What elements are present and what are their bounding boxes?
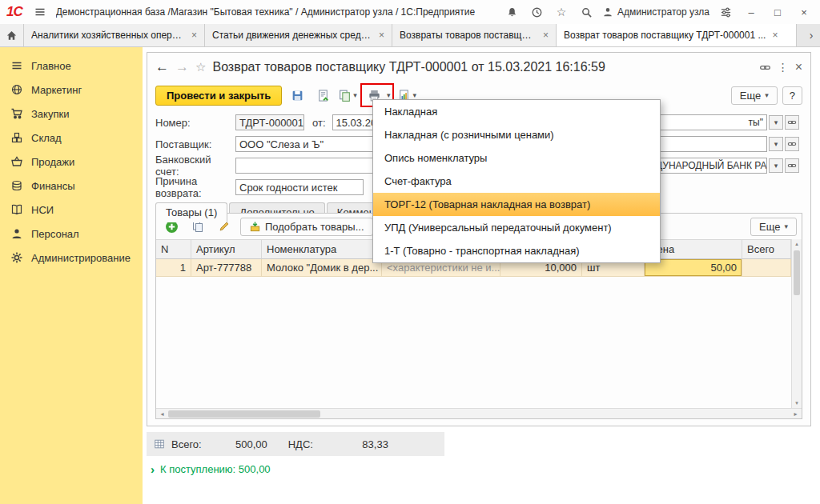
- forward-button[interactable]: →: [175, 59, 189, 75]
- menu-item-opis[interactable]: Опись номенклатуры: [373, 146, 660, 170]
- save-button[interactable]: [287, 86, 308, 105]
- tab-close-icon[interactable]: ×: [191, 30, 197, 41]
- sidebar-item-warehouse[interactable]: Склад: [0, 126, 143, 150]
- return-reason-field[interactable]: Срок годности истек: [235, 179, 364, 195]
- vertical-scroll-thumb[interactable]: [794, 250, 800, 295]
- store-open-button[interactable]: [785, 137, 799, 151]
- link-icon: [787, 139, 797, 149]
- col-header-n[interactable]: N: [156, 239, 191, 259]
- chevron-down-icon: ▾: [765, 91, 769, 99]
- cell-total[interactable]: [742, 259, 791, 277]
- notifications-button[interactable]: [503, 3, 521, 21]
- sidebar-item-label: Продажи: [31, 156, 74, 168]
- minimize-button[interactable]: –: [742, 6, 761, 18]
- scroll-up-icon[interactable]: ▴: [792, 241, 802, 247]
- totals-bar: Всего: 500,00 НДС: 83,33: [147, 432, 444, 456]
- view-settings-button[interactable]: [717, 3, 734, 21]
- tab-cashflow-items[interactable]: Статьи движения денежных средств ×: [205, 24, 392, 46]
- print-dropdown-icon[interactable]: ▾: [387, 91, 391, 99]
- sidebar-item-label: Маркетинг: [31, 84, 82, 96]
- list-icon: [10, 59, 23, 72]
- post-document-icon: [316, 89, 330, 102]
- search-button[interactable]: [577, 3, 595, 21]
- maximize-button[interactable]: □: [768, 6, 787, 18]
- history-button[interactable]: [528, 3, 545, 21]
- bank-dropdown-button[interactable]: ▾: [769, 158, 783, 173]
- title-bar: 1С Демонстрационная база /Магазин "Бытов…: [0, 0, 820, 24]
- sidebar-item-main[interactable]: Главное: [0, 54, 143, 78]
- tab-returns-list[interactable]: Возвраты товаров поставщикам ×: [392, 24, 557, 46]
- tab-overflow-icon[interactable]: ›: [802, 24, 820, 46]
- sidebar-item-nsi[interactable]: НСИ: [0, 198, 143, 222]
- home-tab[interactable]: [0, 24, 24, 46]
- current-user[interactable]: Администратор узла: [602, 6, 709, 18]
- main-menu-button[interactable]: [31, 3, 49, 21]
- post-document-button[interactable]: [312, 86, 333, 105]
- sidebar-item-purchases[interactable]: Закупки: [0, 102, 143, 126]
- close-document-button[interactable]: ×: [795, 60, 802, 74]
- more-actions-button[interactable]: Еще ▾: [731, 86, 778, 105]
- horizontal-scroll-thumb[interactable]: [168, 410, 320, 418]
- receipt-link[interactable]: К поступлению: 500,00: [160, 463, 271, 475]
- cell-n[interactable]: 1: [156, 259, 191, 277]
- menu-item-nakladnaya[interactable]: Накладная: [373, 100, 660, 123]
- close-button[interactable]: ×: [794, 6, 814, 18]
- vertical-scrollbar[interactable]: ▴ ▾: [791, 239, 802, 408]
- organization-field[interactable]: ты": [652, 114, 767, 130]
- col-header-nomenclature[interactable]: Номенклатура: [262, 239, 382, 259]
- tab-close-icon[interactable]: ×: [543, 30, 549, 41]
- back-button[interactable]: ←: [155, 59, 169, 75]
- menu-item-1t[interactable]: 1-Т (Товарно - транспортная накладная): [373, 239, 660, 262]
- get-link-button[interactable]: [759, 62, 771, 74]
- menu-item-schet-faktura[interactable]: Счет-фактура: [373, 170, 660, 193]
- tab-return-document[interactable]: Возврат товаров поставщику ТДРТ-000001 .…: [557, 24, 797, 46]
- sliders-icon: [720, 6, 732, 18]
- menu-item-nakladnaya-retail[interactable]: Накладная (с розничными ценами): [373, 123, 660, 146]
- supplier-field[interactable]: ООО "Слеза и Ъ": [235, 136, 381, 152]
- menu-item-torg12[interactable]: ТОРГ-12 (Товарная накладная на возврат): [373, 193, 660, 216]
- organization-open-button[interactable]: [785, 115, 799, 130]
- bank-name-field[interactable]: ДУНАРОДНЫЙ БАНК РА: [652, 158, 767, 174]
- bank-open-button[interactable]: [785, 158, 799, 173]
- pick-goods-button[interactable]: Подобрать товары...: [240, 218, 373, 236]
- scroll-right-icon[interactable]: ▸: [790, 410, 802, 418]
- tab-goods[interactable]: Товары (1): [155, 202, 227, 222]
- sidebar-item-sales[interactable]: Продажи: [0, 150, 143, 174]
- items-table: N Артикул Номенклатура Характеристика Ко…: [156, 239, 791, 408]
- col-header-total[interactable]: Всего: [742, 239, 791, 259]
- pick-goods-label: Подобрать товары...: [265, 221, 364, 233]
- sidebar-item-administration[interactable]: Администрирование: [0, 246, 143, 270]
- favorite-star-button[interactable]: ☆: [195, 60, 206, 74]
- post-and-close-button[interactable]: Провести и закрыть: [155, 86, 282, 106]
- scroll-down-icon[interactable]: ▾: [792, 400, 802, 406]
- items-more-button[interactable]: Еще ▾: [750, 218, 797, 236]
- expand-chevron-icon[interactable]: ›: [151, 462, 155, 476]
- more-menu-icon[interactable]: ⋮: [778, 61, 789, 74]
- menu-item-upd[interactable]: УПД (Универсальный передаточный документ…: [373, 216, 660, 239]
- tab-analytics[interactable]: Аналитики хозяйственных операций ×: [24, 24, 205, 46]
- bank-account-field[interactable]: [235, 158, 381, 174]
- sidebar-item-label: Персонал: [31, 228, 79, 240]
- sidebar-item-label: НСИ: [31, 204, 54, 216]
- sidebar-item-personnel[interactable]: Персонал: [0, 222, 143, 246]
- scroll-left-icon[interactable]: ◂: [156, 410, 168, 418]
- tab-close-icon[interactable]: ×: [772, 30, 778, 41]
- help-button[interactable]: ?: [782, 86, 802, 105]
- number-field[interactable]: ТДРТ-000001: [235, 114, 304, 130]
- cell-nomenclature[interactable]: Молоко "Домик в дер...: [262, 259, 382, 277]
- sidebar-item-finance[interactable]: Финансы: [0, 174, 143, 198]
- favorites-button[interactable]: ☆: [553, 3, 570, 21]
- globe-icon: [10, 83, 23, 96]
- store-dropdown-button[interactable]: ▾: [769, 137, 783, 151]
- col-header-article[interactable]: Артикул: [191, 239, 262, 259]
- store-field[interactable]: [652, 136, 767, 152]
- date-label: от:: [312, 117, 326, 129]
- organization-dropdown-button[interactable]: ▾: [769, 115, 783, 130]
- create-based-on-button[interactable]: ▾: [338, 89, 357, 102]
- user-name: Администратор узла: [617, 6, 709, 18]
- sidebar-item-marketing[interactable]: Маркетинг: [0, 78, 143, 102]
- bank-field-group: ДУНАРОДНЫЙ БАНК РА ▾: [652, 158, 799, 174]
- tab-close-icon[interactable]: ×: [379, 30, 384, 41]
- horizontal-scrollbar[interactable]: ◂ ▸: [156, 408, 802, 418]
- cell-article[interactable]: Арт-777788: [191, 259, 262, 277]
